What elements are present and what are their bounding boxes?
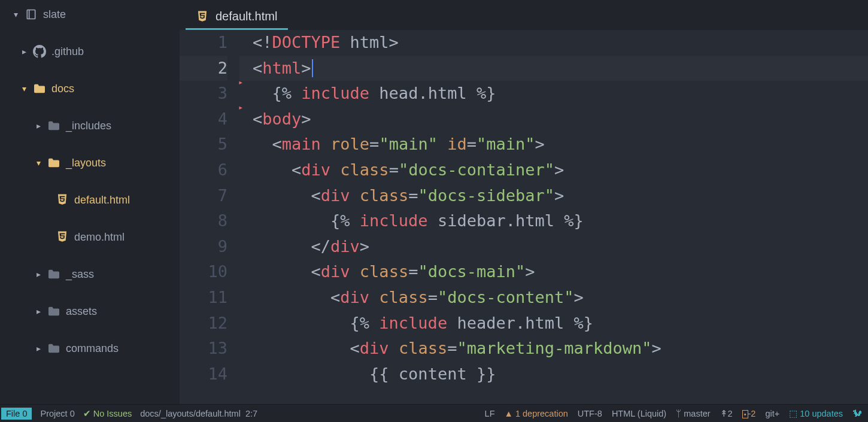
code-area[interactable]: <!DOCTYPE html><html> {% include head.ht… <box>239 30 868 404</box>
git-plus[interactable]: git+ <box>765 409 779 418</box>
file-issues-button[interactable]: File 0 <box>1 408 32 420</box>
encoding[interactable]: UTF-8 <box>578 409 602 418</box>
tab-default-html[interactable]: default.html <box>186 4 288 30</box>
editor-pane: default.html ▸ ▸ 1234567891011121314 <!D… <box>180 0 868 404</box>
tree-item-docs[interactable]: ▾ docs <box>0 74 180 103</box>
tree-item-commands[interactable]: ▸ commands <box>0 334 180 363</box>
html5-icon <box>54 230 71 244</box>
tree-label: assets <box>66 305 97 318</box>
folder-icon <box>45 306 62 317</box>
project-name: slate <box>43 8 66 21</box>
tree-label: commands <box>66 342 119 355</box>
chevron-down-icon: ▾ <box>31 158 45 168</box>
git-ahead[interactable]: ↟2 <box>720 409 733 418</box>
tree-item-sass[interactable]: ▸ _sass <box>0 260 180 289</box>
folder-icon <box>45 120 62 131</box>
tree-item-default-html[interactable]: default.html <box>0 186 180 214</box>
tab-label: default.html <box>216 10 277 23</box>
chevron-right-icon: ▸ <box>31 344 45 353</box>
file-path[interactable]: docs/_layouts/default.html 2:7 <box>140 409 257 418</box>
tree-label: demo.html <box>74 231 125 244</box>
chevron-right-icon: ▸ <box>31 306 45 316</box>
tree-item-layouts[interactable]: ▾ _layouts <box>0 148 180 177</box>
tree-label: default.html <box>74 194 130 207</box>
line-gutter[interactable]: ▸ ▸ 1234567891011121314 <box>180 30 239 404</box>
tree-item-demo-html[interactable]: demo.html <box>0 223 180 251</box>
tree-item-assets[interactable]: ▸ assets <box>0 297 180 326</box>
code-editor[interactable]: ▸ ▸ 1234567891011121314 <!DOCTYPE html><… <box>180 30 868 404</box>
project-issues-button[interactable]: Project 0 <box>40 409 74 418</box>
html5-icon <box>196 10 208 23</box>
tree-label: .github <box>51 45 84 58</box>
chevron-right-icon: ▸ <box>31 269 45 279</box>
chevron-down-icon: ▾ <box>17 84 31 93</box>
folder-open-icon <box>31 83 48 94</box>
chevron-right-icon: ▸ <box>31 121 45 130</box>
tree-label: _includes <box>66 120 111 132</box>
project-root[interactable]: ▾ slate <box>0 0 180 29</box>
squirrel-icon[interactable]: 🐿 <box>852 408 862 419</box>
updates-button[interactable]: ⬚ 10 updates <box>789 409 843 418</box>
tree-label: docs <box>51 83 74 95</box>
folder-icon <box>45 343 62 354</box>
chevron-down-icon: ▾ <box>8 10 23 19</box>
chevron-right-icon: ▸ <box>17 47 31 56</box>
issues-status[interactable]: ✔ No Issues <box>83 409 132 418</box>
html5-icon <box>54 193 71 207</box>
file-tree[interactable]: ▾ slate ▸ .github ▾ docs <box>0 0 180 404</box>
tree-label: _sass <box>66 268 94 281</box>
folder-open-icon <box>45 157 62 168</box>
project-icon <box>23 8 40 20</box>
tab-bar[interactable]: default.html <box>180 0 868 30</box>
line-ending[interactable]: LF <box>485 409 495 418</box>
github-icon <box>31 45 48 58</box>
tree-label: _layouts <box>66 157 106 169</box>
language-mode[interactable]: HTML (Liquid) <box>612 409 666 418</box>
deprecation-warning[interactable]: ▲ 1 deprecation <box>505 409 568 418</box>
tree-item-github[interactable]: ▸ .github <box>0 37 180 66</box>
svg-rect-0 <box>27 10 35 19</box>
git-behind[interactable]: •-2 <box>742 409 756 418</box>
git-branch[interactable]: ᛘ master <box>676 409 710 418</box>
tree-item-includes[interactable]: ▸ _includes <box>0 111 180 140</box>
status-bar[interactable]: File 0 Project 0 ✔ No Issues docs/_layou… <box>0 404 868 422</box>
folder-icon <box>45 269 62 280</box>
